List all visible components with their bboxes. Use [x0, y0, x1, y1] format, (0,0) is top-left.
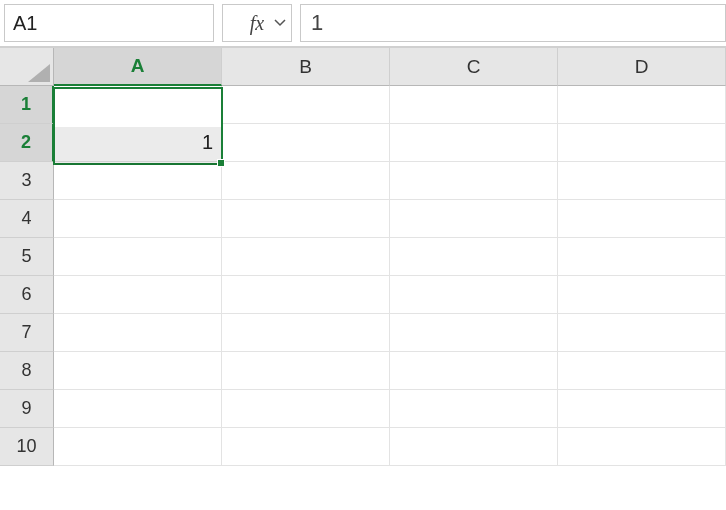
cell-B3[interactable]	[222, 162, 390, 200]
row-header-9[interactable]: 9	[0, 390, 54, 428]
cell-D7[interactable]	[558, 314, 726, 352]
cell-C3[interactable]	[390, 162, 558, 200]
cell-B8[interactable]	[222, 352, 390, 390]
cell-A1[interactable]: 1	[54, 86, 222, 124]
cell-C1[interactable]	[390, 86, 558, 124]
cell-B7[interactable]	[222, 314, 390, 352]
cell-B9[interactable]	[222, 390, 390, 428]
cell-B4[interactable]	[222, 200, 390, 238]
column-header-A[interactable]: A	[54, 48, 222, 86]
cell-A8[interactable]	[54, 352, 222, 390]
cell-C4[interactable]	[390, 200, 558, 238]
cell-D1[interactable]	[558, 86, 726, 124]
cell-A9[interactable]	[54, 390, 222, 428]
cell-D5[interactable]	[558, 238, 726, 276]
chevron-down-icon[interactable]	[274, 17, 286, 29]
formula-bar[interactable]	[300, 4, 726, 42]
row-header-6[interactable]: 6	[0, 276, 54, 314]
cell-D8[interactable]	[558, 352, 726, 390]
cell-D4[interactable]	[558, 200, 726, 238]
cell-B5[interactable]	[222, 238, 390, 276]
cell-B6[interactable]	[222, 276, 390, 314]
cell-C2[interactable]	[390, 124, 558, 162]
row-header-7[interactable]: 7	[0, 314, 54, 352]
cell-C8[interactable]	[390, 352, 558, 390]
cell-A7[interactable]	[54, 314, 222, 352]
cell-D10[interactable]	[558, 428, 726, 466]
row-header-10[interactable]: 10	[0, 428, 54, 466]
cell-C5[interactable]	[390, 238, 558, 276]
cell-A5[interactable]	[54, 238, 222, 276]
cell-D6[interactable]	[558, 276, 726, 314]
cell-A2[interactable]: 1	[54, 124, 222, 162]
row-header-1[interactable]: 1	[0, 86, 54, 124]
row-header-8[interactable]: 8	[0, 352, 54, 390]
name-box[interactable]	[4, 4, 214, 42]
column-header-C[interactable]: C	[390, 48, 558, 86]
cell-C10[interactable]	[390, 428, 558, 466]
row-header-5[interactable]: 5	[0, 238, 54, 276]
cell-C7[interactable]	[390, 314, 558, 352]
cell-A6[interactable]	[54, 276, 222, 314]
column-header-D[interactable]: D	[558, 48, 726, 86]
cell-B2[interactable]	[222, 124, 390, 162]
cell-A3[interactable]	[54, 162, 222, 200]
formula-bar-row: fx	[0, 0, 726, 46]
cell-A10[interactable]	[54, 428, 222, 466]
row-header-2[interactable]: 2	[0, 124, 54, 162]
cell-D3[interactable]	[558, 162, 726, 200]
cell-B10[interactable]	[222, 428, 390, 466]
cell-D9[interactable]	[558, 390, 726, 428]
select-all-corner[interactable]	[0, 48, 54, 86]
row-header-4[interactable]: 4	[0, 200, 54, 238]
cell-A4[interactable]	[54, 200, 222, 238]
cell-D2[interactable]	[558, 124, 726, 162]
spreadsheet-grid[interactable]: A B C D 1 1 2 1 3 4 5 6 7 8 9	[0, 48, 726, 466]
cell-B1[interactable]	[222, 86, 390, 124]
formula-bar-input[interactable]	[311, 10, 715, 36]
name-box-input[interactable]	[5, 8, 274, 39]
cell-C9[interactable]	[390, 390, 558, 428]
cell-C6[interactable]	[390, 276, 558, 314]
row-header-3[interactable]: 3	[0, 162, 54, 200]
column-header-B[interactable]: B	[222, 48, 390, 86]
